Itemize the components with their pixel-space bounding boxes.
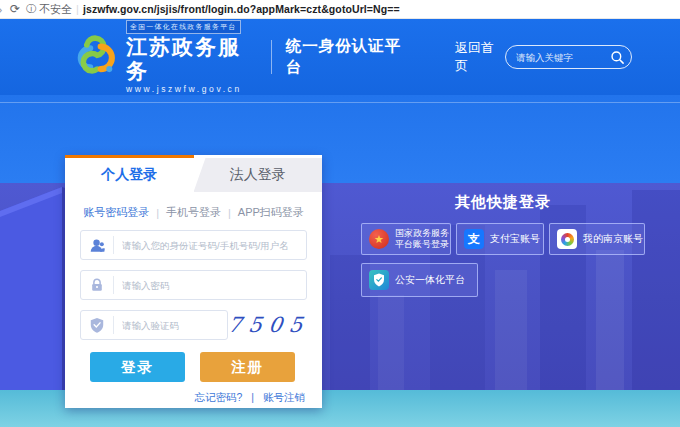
method-app-qr[interactable]: APP扫码登录 [238,205,304,220]
quick-login-panel: 其他快捷登录 ★ 国家政务服务 平台账号登录 支 支付宝账号 我的南京账号 [361,193,645,297]
password-field[interactable] [80,270,307,300]
alipay-icon: 支 [464,229,484,249]
quick-login-label: 我的南京账号 [583,232,643,246]
home-link[interactable]: 返回首页 [455,39,505,75]
captcha-input[interactable] [114,320,227,331]
method-separator: | [228,207,231,219]
logo-title: 江苏政务服务 [126,35,259,83]
username-field[interactable] [80,230,307,260]
quick-login-row-2: 公安一体化平台 [361,263,645,297]
login-tabs: 个人登录 法人登录 [65,155,322,192]
quick-login-row-1: ★ 国家政务服务 平台账号登录 支 支付宝账号 我的南京账号 [361,223,645,255]
tab-corporate-login[interactable]: 法人登录 [194,158,323,192]
search-box[interactable] [505,45,632,69]
police-shield-icon [369,270,389,290]
logo-text-block: 全国一体化在线政务服务平台 江苏政务服务 www.jszwfw.gov.cn [126,20,259,94]
login-card: 个人登录 法人登录 账号密码登录 | 手机号登录 | APP扫码登录 [65,155,322,408]
quick-login-my-nanjing[interactable]: 我的南京账号 [549,223,645,255]
page-url[interactable]: jszwfw.gov.cn/jsjis/front/login.do?appMa… [83,3,400,15]
login-button[interactable]: 登录 [90,352,185,382]
platform-title: 统一身份认证平台 [286,36,413,78]
password-input[interactable] [114,280,306,291]
site-logo: 全国一体化在线政务服务平台 江苏政务服务 www.jszwfw.gov.cn [66,20,259,94]
login-card-body: 账号密码登录 | 手机号登录 | APP扫码登录 [65,192,322,405]
bottom-links: 忘记密码? | 账号注销 [80,391,307,405]
browser-address-bar[interactable]: › ⟳ ⓘ 不安全 | jszwfw.gov.cn/jsjis/front/lo… [0,0,680,19]
info-circle-icon[interactable]: ⓘ [26,2,36,16]
my-nanjing-icon [557,229,577,249]
shield-check-icon [81,317,113,333]
method-account-password[interactable]: 账号密码登录 [83,205,149,220]
quick-login-title: 其他快捷登录 [361,193,645,212]
captcha-image[interactable]: 7505 [226,313,311,337]
quick-login-national-platform[interactable]: ★ 国家政务服务 平台账号登录 [361,223,451,255]
tab-corporate-wrap: 法人登录 [194,155,323,192]
logo-url: www.jszwfw.gov.cn [126,84,259,94]
quick-login-police-platform[interactable]: 公安一体化平台 [361,263,478,297]
quick-login-alipay[interactable]: 支 支付宝账号 [456,223,544,255]
captcha-field[interactable] [80,310,228,340]
logo-arcs-icon [66,33,118,81]
reload-icon[interactable]: ⟳ [10,2,20,16]
url-separator: | [76,3,79,15]
button-row: 登录 注册 [80,352,307,382]
register-button[interactable]: 注册 [200,352,295,382]
quick-login-label: 公安一体化平台 [395,273,465,287]
logo-badge: 全国一体化在线政务服务平台 [126,20,241,34]
security-label: 不安全 [39,2,72,17]
header-divider [271,40,272,74]
back-arrow-icon[interactable]: › [0,2,8,17]
hero-hairline [0,102,680,103]
lock-icon [81,277,113,293]
link-separator: | [251,391,254,403]
login-methods: 账号密码登录 | 手机号登录 | APP扫码登录 [80,205,307,220]
search-input[interactable] [516,52,609,63]
captcha-row: 7505 [80,300,307,340]
national-emblem-icon: ★ [369,229,389,249]
quick-login-label: 支付宝账号 [490,232,540,246]
site-header: 全国一体化在线政务服务平台 江苏政务服务 www.jszwfw.gov.cn 统… [0,19,680,95]
tab-personal-login[interactable]: 个人登录 [65,155,194,192]
method-mobile[interactable]: 手机号登录 [166,205,221,220]
username-input[interactable] [114,240,306,251]
user-icon [81,237,113,254]
forgot-password-link[interactable]: 忘记密码? [195,391,243,403]
method-separator: | [156,207,159,219]
quick-login-label: 国家政务服务 平台账号登录 [395,228,449,250]
account-cancel-link[interactable]: 账号注销 [263,391,305,403]
search-icon[interactable] [609,49,625,65]
